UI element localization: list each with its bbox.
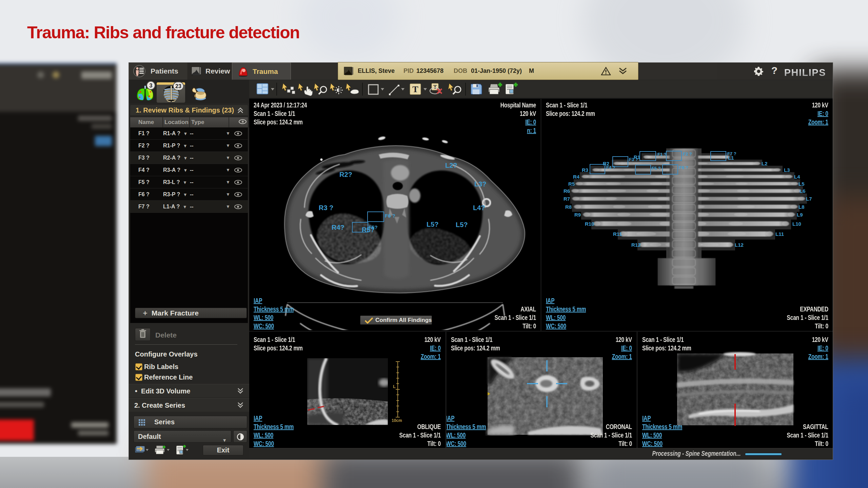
svg-text:R12: R12 — [631, 242, 641, 248]
svg-text:F3 ?: F3 ? — [629, 157, 638, 162]
svg-text:F7 ?: F7 ? — [727, 151, 736, 156]
svg-text:L11: L11 — [775, 231, 784, 237]
svg-text:F5?: F5? — [369, 224, 378, 230]
svg-text:L8: L8 — [798, 204, 805, 210]
svg-text:R11: R11 — [613, 231, 622, 237]
svg-text:F6 ?: F6 ? — [385, 213, 395, 219]
svg-text:L5?: L5? — [427, 221, 439, 228]
svg-text:L6: L6 — [800, 188, 806, 194]
svg-text:L4: L4 — [794, 174, 800, 180]
svg-text:L7: L7 — [806, 196, 812, 202]
svg-text:R5: R5 — [568, 181, 575, 187]
svg-text:F6 ?: F6 ? — [679, 165, 688, 170]
svg-text:L12: L12 — [735, 242, 744, 248]
svg-text:R2?: R2? — [339, 171, 352, 178]
svg-text:L: L — [393, 384, 396, 389]
svg-text:R7: R7 — [564, 196, 570, 202]
svg-text:R3 ?: R3 ? — [319, 204, 333, 211]
svg-text:F2 ?: F2 ? — [683, 151, 692, 157]
svg-text:R4: R4 — [573, 174, 580, 180]
svg-text:F5 ?: F5 ? — [652, 166, 661, 171]
svg-text:L2?: L2? — [445, 162, 457, 169]
svg-text:R4?: R4? — [332, 224, 344, 231]
svg-text:L9: L9 — [797, 212, 803, 218]
svg-text:L5: L5 — [798, 181, 805, 187]
svg-text:L3: L3 — [784, 167, 790, 173]
svg-text:F1 ?: F1 ? — [657, 152, 667, 157]
svg-text:L3?: L3? — [474, 180, 487, 188]
svg-text:F4 ?: F4 ? — [606, 165, 615, 170]
svg-text:L2: L2 — [762, 161, 768, 166]
svg-text:R9: R9 — [574, 212, 581, 218]
svg-text:L5?: L5? — [456, 221, 468, 228]
svg-text:R3: R3 — [582, 167, 588, 173]
svg-text:R6: R6 — [564, 188, 570, 194]
svg-text:R10: R10 — [585, 221, 594, 227]
svg-text:L4?: L4? — [473, 204, 485, 211]
svg-text:10cm: 10cm — [392, 418, 402, 423]
svg-text:T: T — [412, 84, 418, 94]
svg-text:R8: R8 — [565, 204, 572, 210]
svg-text:L10: L10 — [792, 221, 801, 227]
svg-text:T: T — [433, 84, 437, 90]
